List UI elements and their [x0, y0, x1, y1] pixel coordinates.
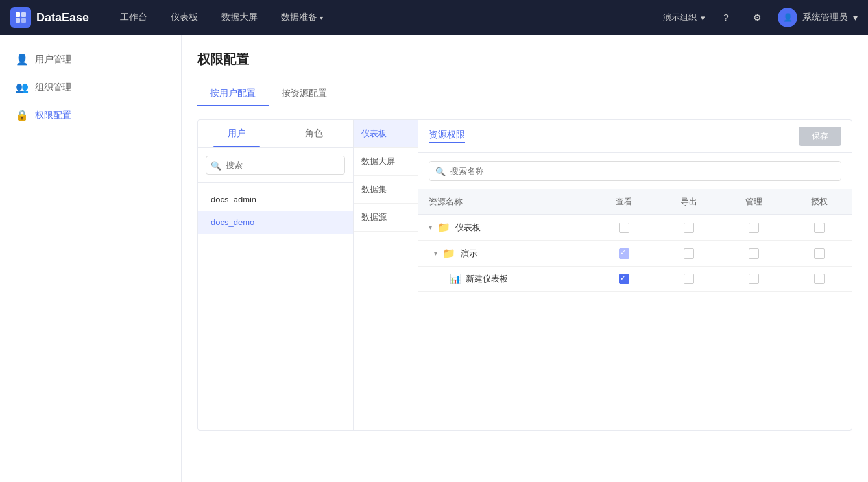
resource-perm-title: 资源权限	[429, 129, 465, 143]
nav-items: 工作台 仪表板 数据大屏 数据准备 ▾	[110, 6, 663, 29]
manage-cell	[721, 241, 786, 267]
manage-checkbox[interactable]	[749, 274, 759, 284]
sidebar-item-user-mgmt[interactable]: 👤 用户管理	[0, 45, 181, 73]
col-resource-name: 资源名称	[418, 189, 592, 215]
row-name: ▾ 📁 演示	[434, 247, 581, 259]
tab-by-resource[interactable]: 按资源配置	[269, 81, 340, 106]
org-selector[interactable]: 演示组织 ▾	[663, 12, 705, 23]
export-checkbox[interactable]	[684, 223, 694, 233]
manage-cell	[721, 267, 786, 292]
nav-datascreen[interactable]: 数据大屏	[211, 6, 268, 29]
chevron-down-icon: ▾	[853, 12, 858, 23]
user-search-input[interactable]	[206, 156, 345, 175]
svg-rect-0	[16, 12, 20, 17]
user-panel: 用户 角色 🔍 docs_admin	[198, 120, 354, 430]
right-area: 演示组织 ▾ ? ⚙ 👤 系统管理员 ▾	[663, 7, 858, 28]
resource-table-panel: 资源权限 保存 🔍 资源名称	[418, 120, 852, 430]
res-search-wrapper: 🔍	[429, 161, 841, 181]
chevron-down-icon[interactable]: ▾	[434, 250, 437, 257]
search-icon: 🔍	[211, 160, 221, 170]
res-type-datasource[interactable]: 数据源	[354, 204, 418, 232]
nav-workbench[interactable]: 工作台	[110, 6, 158, 29]
view-checkbox[interactable]	[619, 223, 629, 233]
col-view: 查看	[592, 189, 657, 215]
search-icon: 🔍	[435, 166, 446, 176]
col-export: 导出	[657, 189, 721, 215]
export-checkbox[interactable]	[684, 248, 694, 259]
auth-checkbox[interactable]	[814, 223, 825, 233]
resource-type-panel: 仪表板 数据大屏 数据集 数据源	[354, 120, 418, 430]
manage-cell	[721, 215, 786, 241]
res-header: 资源权限 保存	[418, 120, 852, 153]
nav-dataprep[interactable]: 数据准备 ▾	[271, 6, 333, 29]
folder-icon: 📁	[437, 221, 450, 234]
save-button[interactable]: 保存	[799, 127, 841, 146]
gear-icon: ⚙	[753, 12, 762, 23]
sidebar: 👤 用户管理 👥 组织管理 🔒 权限配置	[0, 35, 182, 482]
row-name: ▾ 📁 仪表板	[429, 221, 581, 234]
chevron-down-icon: ▾	[320, 14, 323, 21]
help-button[interactable]: ?	[716, 7, 736, 28]
lock-icon: 🔒	[16, 109, 29, 121]
col-manage: 管理	[721, 189, 786, 215]
logo[interactable]: DataEase	[10, 7, 89, 28]
res-type-dataset[interactable]: 数据集	[354, 176, 418, 204]
export-cell	[657, 267, 721, 292]
auth-cell	[787, 215, 852, 241]
chevron-down-icon[interactable]: ▾	[429, 224, 432, 231]
logo-icon	[10, 7, 31, 28]
view-cell	[592, 241, 657, 267]
resource-table: 资源名称 查看 导出 管理 授权	[418, 189, 852, 292]
col-auth: 授权	[787, 189, 852, 215]
export-cell	[657, 215, 721, 241]
user-search-box: 🔍	[198, 148, 353, 183]
tab-by-user[interactable]: 按用户配置	[197, 81, 269, 106]
main-content: 权限配置 按用户配置 按资源配置 用户 角色	[182, 35, 868, 482]
nav-dashboard[interactable]: 仪表板	[160, 6, 208, 29]
manage-checkbox[interactable]	[749, 223, 759, 233]
manage-checkbox[interactable]	[749, 248, 759, 259]
list-item[interactable]: docs_admin	[198, 188, 353, 211]
user-area[interactable]: 👤 系统管理员 ▾	[778, 8, 858, 27]
view-cell	[592, 267, 657, 292]
res-type-datascreen[interactable]: 数据大屏	[354, 148, 418, 176]
auth-checkbox[interactable]	[814, 248, 825, 259]
res-search-area: 🔍	[418, 153, 852, 189]
view-checkbox[interactable]	[619, 274, 629, 284]
search-wrapper: 🔍	[206, 156, 345, 175]
res-type-dashboard[interactable]: 仪表板	[354, 120, 418, 148]
sidebar-item-perm-config[interactable]: 🔒 权限配置	[0, 101, 181, 129]
brand-name: DataEase	[36, 11, 89, 25]
sub-tab-user[interactable]: 用户	[198, 120, 276, 147]
table-header: 资源名称 查看 导出 管理 授权	[418, 189, 852, 215]
svg-rect-1	[21, 12, 26, 17]
page-title: 权限配置	[197, 51, 852, 68]
view-cell	[592, 215, 657, 241]
resource-search-input[interactable]	[429, 161, 841, 181]
sidebar-item-org-mgmt[interactable]: 👥 组织管理	[0, 73, 181, 101]
perm-layout: 用户 角色 🔍 docs_admin	[197, 119, 852, 431]
layout: 👤 用户管理 👥 组织管理 🔒 权限配置 权限配置 按用户配置 按资源配置	[0, 35, 868, 482]
svg-rect-2	[16, 18, 20, 23]
view-checkbox[interactable]	[619, 248, 629, 259]
svg-rect-3	[21, 18, 26, 23]
list-item[interactable]: docs_demo	[198, 211, 353, 234]
org-icon: 👥	[16, 81, 29, 93]
folder-icon: 📁	[442, 247, 455, 259]
resource-name-cell: ▾ 📁 仪表板	[418, 215, 592, 241]
auth-cell	[787, 241, 852, 267]
sub-tabs: 用户 角色	[198, 120, 353, 148]
auth-checkbox[interactable]	[814, 274, 825, 284]
avatar: 👤	[778, 8, 797, 27]
file-icon: 📊	[450, 274, 461, 284]
export-cell	[657, 241, 721, 267]
page-tabs: 按用户配置 按资源配置	[197, 81, 852, 106]
settings-button[interactable]: ⚙	[747, 7, 767, 28]
auth-cell	[787, 267, 852, 292]
table-row: ▾ 📁 演示	[418, 241, 852, 267]
sub-tab-role[interactable]: 角色	[276, 120, 354, 147]
export-checkbox[interactable]	[684, 274, 694, 284]
table-row: ▾ 📁 仪表板	[418, 215, 852, 241]
table-row: 📊 新建仪表板	[418, 267, 852, 292]
topnav: DataEase 工作台 仪表板 数据大屏 数据准备 ▾ 演示组织 ▾ ? ⚙ …	[0, 0, 868, 35]
